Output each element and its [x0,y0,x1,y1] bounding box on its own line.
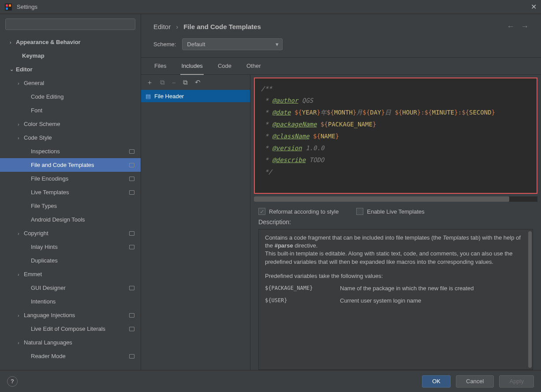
sidebar-item[interactable]: Duplicates [0,254,141,267]
app-logo-icon [4,3,12,11]
svg-rect-2 [9,4,11,7]
sidebar-item[interactable]: ›Copyright [0,226,141,240]
editor-column: /** * @author QGS * @date ${YEAR}年${MONT… [250,75,541,370]
scheme-select[interactable]: Default ▾ [182,38,283,50]
tab-code[interactable]: Code [217,58,232,75]
tab-files[interactable]: Files [153,58,167,75]
sidebar-item[interactable]: ›Natural Languages [0,336,141,349]
sidebar-item-label: GUI Designer [31,285,129,291]
sidebar-item[interactable]: Intentions [0,295,141,308]
sidebar-item-label: Android Design Tools [31,216,141,223]
sidebar-item-label: Inspections [31,148,129,155]
close-icon[interactable]: ✕ [531,3,537,11]
sidebar-item-label: Color Scheme [24,121,141,127]
sidebar-item-label: Intentions [31,298,141,305]
sidebar-item[interactable]: GUI Designer [0,281,141,295]
template-list[interactable]: ▤File Header [141,90,250,102]
predefined-variable-row: ${PACKAGE_NAME}Name of the package in wh… [265,285,526,292]
template-list-column: ＋ ⧉ − ⧉ ↶ ▤File Header [141,75,250,370]
tree-arrow-icon: › [10,40,16,45]
tree-arrow-icon: › [18,122,24,127]
sidebar-item[interactable]: ›Appearance & Behavior [0,35,141,49]
settings-tree[interactable]: ›Appearance & BehaviorKeymap⌄Editor›Gene… [0,33,141,370]
sidebar-item[interactable]: ›General [0,76,141,90]
project-scope-marker-icon [129,190,134,195]
template-tabs: FilesIncludesCodeOther [141,58,541,75]
sidebar: 🔍 ›Appearance & BehaviorKeymap⌄Editor›Ge… [0,14,141,370]
add-icon[interactable]: ＋ [146,78,153,87]
sidebar-item[interactable]: ›Code Style [0,131,141,144]
sidebar-item-label: Font [31,107,141,114]
editor-h-scrollbar[interactable] [254,196,537,202]
sidebar-item[interactable]: File and Code Templates [0,158,141,172]
nav-arrows: ← → [507,22,529,31]
tab-includes[interactable]: Includes [180,58,203,75]
project-scope-marker-icon [129,286,134,290]
variable-desc: Name of the package in which the new fil… [340,285,474,292]
project-scope-marker-icon [129,177,134,181]
template-list-item[interactable]: ▤File Header [141,90,250,102]
add-child-icon[interactable]: ⧉ [160,78,165,86]
breadcrumb: Editor › File and Code Templates [153,23,507,30]
code-editor[interactable]: /** * @author QGS * @date ${YEAR}年${MONT… [254,78,537,194]
tree-arrow-icon: › [18,313,24,318]
file-header-icon: ▤ [146,93,151,100]
sidebar-item-label: File Encodings [31,175,129,182]
revert-icon[interactable]: ↶ [195,78,201,86]
template-item-label: File Header [154,93,184,100]
sidebar-item[interactable]: Code Editing [0,90,141,104]
tab-other[interactable]: Other [246,58,262,75]
sidebar-item[interactable]: File Types [0,199,141,213]
sidebar-item[interactable]: ›Language Injections [0,308,141,322]
remove-icon[interactable]: − [172,79,176,86]
scheme-row: Scheme: Default ▾ [141,37,541,57]
sidebar-item[interactable]: Live Edit of Compose Literals [0,322,141,336]
sidebar-item-label: Code Style [24,134,141,141]
sidebar-item[interactable]: Inlay Hints [0,240,141,254]
sidebar-item[interactable]: Live Templates [0,185,141,199]
variable-name: ${USER} [265,297,340,305]
template-toolbar: ＋ ⧉ − ⧉ ↶ [141,75,250,90]
sidebar-item-label: Keymap [22,52,141,59]
ok-button[interactable]: OK [422,375,451,388]
live-templates-checkbox[interactable] [356,208,363,215]
desc-em: Templates [443,234,469,241]
cancel-button[interactable]: Cancel [456,375,494,388]
tree-arrow-icon: › [18,272,24,277]
sidebar-item-label: Language Injections [24,312,129,318]
scheme-label: Scheme: [153,41,176,48]
reformat-checkbox[interactable]: ✓ [258,208,265,215]
title-bar: Settings ✕ [0,0,541,14]
tree-arrow-icon: › [18,340,24,345]
breadcrumb-parent[interactable]: Editor [153,23,171,30]
apply-button[interactable]: Apply [499,375,534,388]
copy-icon[interactable]: ⧉ [183,78,188,86]
tree-arrow-icon: › [18,135,24,141]
tree-arrow-icon: ⌄ [10,67,16,72]
svg-rect-1 [6,4,8,7]
scheme-value: Default [187,41,205,48]
help-button[interactable]: ? [7,376,18,387]
live-templates-checkbox-wrap[interactable]: Enable Live Templates [356,208,425,215]
sidebar-item[interactable]: Font [0,104,141,117]
sidebar-item[interactable]: ›Color Scheme [0,117,141,131]
sidebar-item-label: File and Code Templates [31,162,129,168]
sidebar-item[interactable]: Android Design Tools [0,213,141,226]
tree-arrow-icon: › [18,81,24,86]
sidebar-item-label: Natural Languages [24,339,141,346]
sidebar-item[interactable]: File Encodings [0,172,141,185]
sidebar-item[interactable]: ⌄Editor [0,63,141,76]
sidebar-item[interactable]: Inspections [0,144,141,158]
svg-rect-3 [6,7,8,10]
nav-forward-icon[interactable]: → [521,22,529,31]
sidebar-item[interactable]: Reader Mode [0,349,141,363]
reformat-checkbox-wrap[interactable]: ✓ Reformat according to style [258,208,339,215]
sidebar-item-label: Inlay Hints [31,244,129,250]
reformat-label: Reformat according to style [269,208,339,215]
search-input[interactable] [5,18,135,30]
sidebar-item[interactable]: ›Emmet [0,267,141,281]
nav-back-icon[interactable]: ← [507,22,515,31]
window-title: Settings [17,4,531,10]
description-scrollbar[interactable] [528,231,532,368]
sidebar-item[interactable]: Keymap [0,49,141,63]
